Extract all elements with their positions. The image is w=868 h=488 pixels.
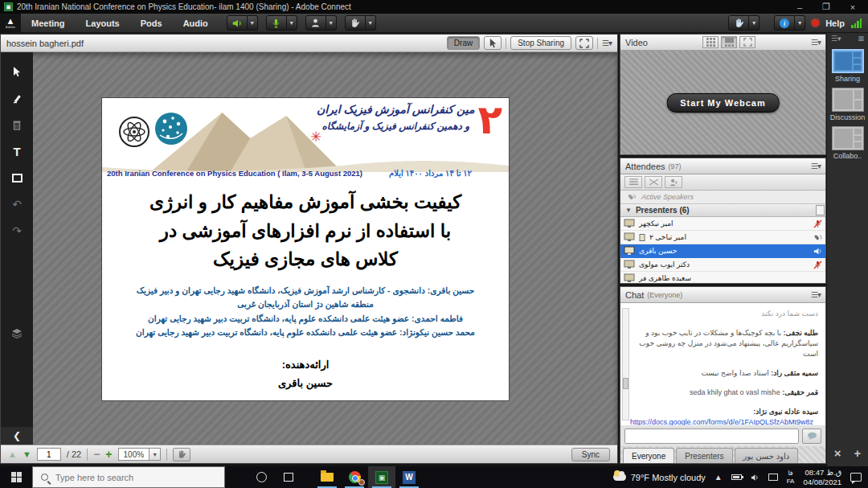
undo-button[interactable]: ↶ [8, 196, 26, 212]
select-tool[interactable] [8, 64, 26, 80]
share-pod-menu[interactable]: ☰▾ [602, 39, 612, 47]
taskbar-clock[interactable]: 08:47ق.ظ 04/08/2021 [803, 468, 841, 487]
cortana-button[interactable] [248, 466, 275, 488]
zoom-level-select[interactable]: 100% ▼ [118, 448, 162, 461]
delete-layout-button[interactable]: × [834, 446, 841, 460]
video-fullscreen-button[interactable] [739, 36, 755, 48]
close-button[interactable]: × [841, 2, 864, 12]
arrange-tool[interactable] [8, 325, 26, 341]
network-icon[interactable] [768, 474, 778, 481]
webcam-button[interactable] [305, 15, 326, 31]
word-button[interactable]: W [395, 466, 423, 488]
attendees-pod-menu[interactable]: ☰▾ [811, 162, 821, 170]
volume-icon[interactable] [751, 474, 760, 482]
text-tool[interactable]: T [8, 143, 26, 159]
connection-signal-icon[interactable] [851, 18, 862, 28]
stop-sharing-button[interactable]: Stop Sharing [510, 36, 571, 50]
task-view-button[interactable] [275, 466, 302, 488]
layout-thumb-sharing[interactable] [832, 49, 864, 73]
attendee-row[interactable]: امیر تباخی ۲ [620, 231, 825, 244]
minimize-button[interactable]: – [788, 2, 811, 12]
chat-sender-name: سیده عادله نبوی نژاد [753, 408, 818, 416]
speaker-dropdown[interactable]: ▼ [248, 15, 258, 31]
dock-icon[interactable]: ⊠ [858, 35, 864, 43]
collapse-toolbar-button[interactable]: ❮ [1, 427, 33, 445]
shape-tool[interactable] [8, 170, 26, 186]
attendee-row-selected[interactable]: حسین باقری [620, 244, 825, 258]
status-dropdown[interactable]: ▼ [749, 15, 760, 31]
add-layout-button[interactable]: + [854, 446, 862, 460]
attendee-name: حسین باقری [639, 247, 677, 255]
redo-button[interactable]: ↷ [8, 223, 26, 239]
attendee-row[interactable]: دکتر ایوب مولوی [620, 258, 825, 272]
menu-meeting[interactable]: Meeting [21, 14, 76, 33]
grid-view-button[interactable] [702, 36, 719, 48]
hidden-icons-chevron[interactable]: ▲ [714, 473, 723, 482]
active-speakers-label: Active Speakers [641, 193, 694, 201]
fullscreen-button[interactable] [575, 36, 593, 50]
start-webcam-button[interactable]: Start My Webcam [666, 93, 780, 113]
raise-hand-dropdown[interactable]: ▼ [366, 15, 376, 31]
attendee-row[interactable]: امیر نیکچهر [620, 217, 825, 231]
info-button[interactable]: i [774, 15, 795, 31]
menu-layouts[interactable]: Layouts [76, 14, 130, 33]
microphone-button[interactable] [266, 15, 287, 31]
chat-input[interactable] [624, 429, 799, 444]
share-document-area: T ↶ ↷ ❮ [1, 52, 617, 445]
microphone-dropdown[interactable]: ▼ [287, 15, 297, 31]
breakout-view-button[interactable] [645, 176, 662, 188]
menu-audio[interactable]: Audio [173, 14, 219, 33]
marker-tool[interactable] [8, 90, 26, 106]
search-input[interactable] [55, 473, 200, 482]
author-line4: محمد حسین نیکونژاد: عضو هیئت علمی دانشکد… [102, 326, 509, 339]
status-hand-button[interactable] [728, 15, 749, 31]
next-page-button[interactable]: ▼ [23, 449, 31, 459]
attendees-scrollbar[interactable] [816, 205, 825, 215]
chat-scrollbar-thumb[interactable] [623, 378, 628, 389]
chevron-down-icon[interactable]: ▼ [149, 449, 160, 460]
chat-pod-menu[interactable]: ☰▾ [811, 290, 821, 299]
speaker-button[interactable] [227, 15, 248, 31]
delete-tool[interactable] [8, 117, 26, 133]
chat-tab-everyone[interactable]: Everyone [623, 448, 674, 463]
chat-tab-private[interactable]: داود حسن پور [735, 448, 799, 463]
pointer-tool-button[interactable] [484, 36, 502, 50]
attendee-row[interactable]: سعیده طاهری فر [620, 272, 825, 283]
video-pod-menu[interactable]: ☰▾ [811, 38, 821, 47]
layout-thumb-discussion[interactable] [832, 88, 864, 112]
chat-tab-presenters[interactable]: Presenters [676, 448, 732, 463]
filmstrip-view-button[interactable] [721, 36, 737, 48]
language-indicator[interactable]: فا FA [787, 470, 795, 484]
webcam-dropdown[interactable]: ▼ [326, 15, 337, 31]
zoom-out-button[interactable]: − [93, 448, 100, 461]
recording-indicator[interactable] [812, 19, 819, 27]
adobe-connect-button[interactable]: ▣ [368, 466, 395, 488]
page-number-input[interactable] [37, 448, 61, 461]
zoom-in-button[interactable]: + [105, 448, 112, 461]
chat-scrollbar[interactable] [622, 308, 629, 420]
layouts-menu[interactable]: ☰▾ [831, 35, 841, 43]
taskbar-search[interactable] [32, 466, 225, 488]
previous-page-button[interactable]: ▲ [8, 449, 17, 459]
raise-hand-button[interactable] [345, 15, 366, 31]
fullscreen-icon [743, 38, 752, 47]
layout-thumb-collaboration[interactable] [832, 126, 864, 150]
menu-pods[interactable]: Pods [130, 14, 173, 33]
weather-widget[interactable]: 79°F Mostly cloudy [613, 473, 706, 482]
send-message-button[interactable] [802, 429, 821, 444]
start-button[interactable] [0, 466, 32, 488]
file-explorer-button[interactable] [313, 466, 341, 488]
pan-tool-button[interactable] [173, 448, 190, 461]
maximize-button[interactable]: ❐ [815, 2, 837, 12]
action-center-icon[interactable] [850, 473, 862, 482]
presenters-section-header[interactable]: ▼ Presenters (6) [620, 204, 825, 217]
chrome-button[interactable] [341, 466, 368, 488]
help-menu[interactable]: Help [825, 18, 845, 28]
info-dropdown[interactable]: ▼ [795, 15, 805, 31]
sync-button[interactable]: Sync [571, 448, 610, 461]
attendee-status-view-button[interactable] [665, 176, 682, 188]
battery-icon[interactable] [731, 474, 742, 480]
list-view-button[interactable] [624, 176, 642, 188]
draw-button[interactable]: Draw [447, 36, 480, 50]
chat-link[interactable]: https://docs.google.com/forms/d/e/1FAIpQ… [630, 417, 818, 425]
